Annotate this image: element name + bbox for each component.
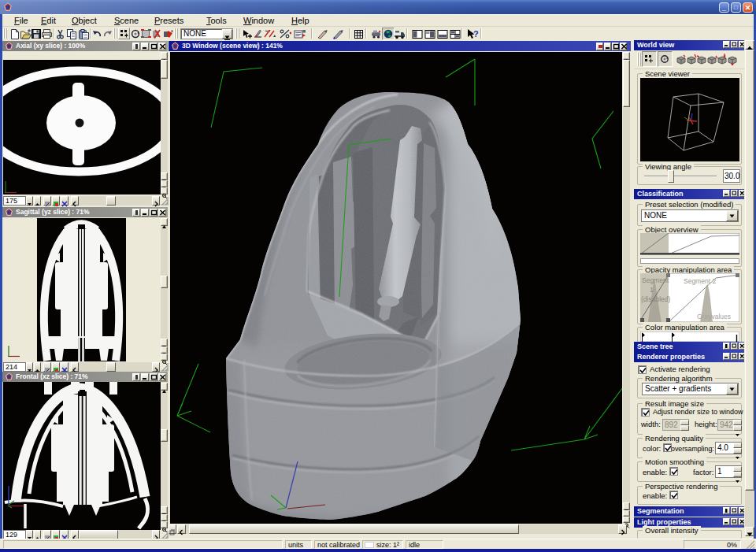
svg-text:(disabled): (disabled)	[641, 295, 670, 303]
svg-text:?: ?	[473, 29, 479, 39]
svg-text:1: 1	[650, 286, 654, 294]
svg-text:Grayvalues: Grayvalues	[697, 313, 731, 320]
svg-text:Segment: Segment	[642, 276, 669, 284]
svg-text:Segment 2: Segment 2	[684, 277, 716, 285]
